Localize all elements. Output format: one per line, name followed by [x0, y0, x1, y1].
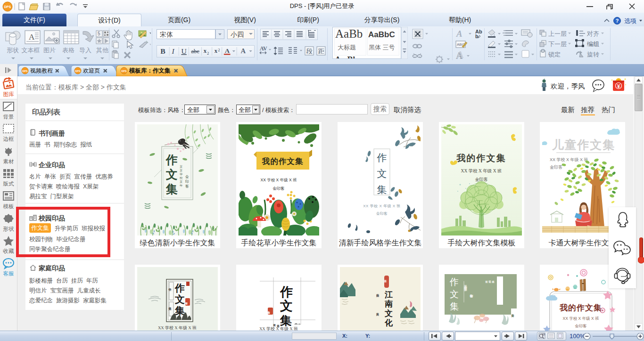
svg-text:AV: AV	[260, 45, 267, 52]
svg-text:校: 校	[179, 176, 183, 179]
svg-text:XX 学校 X 年级 X 班: XX 学校 X 年级 X 班	[261, 178, 297, 182]
svg-text:集: 集	[377, 184, 387, 195]
svg-text:2: 2	[218, 48, 220, 52]
svg-text:DPS: DPS	[121, 70, 127, 73]
svg-text:视频教程: 视频教程	[30, 67, 53, 74]
svg-text:b: b	[475, 33, 479, 39]
svg-text:100: 100	[542, 333, 545, 336]
svg-text:我的作文集: 我的作文集	[559, 303, 602, 312]
svg-text:A: A	[225, 47, 230, 54]
svg-text:x: x	[204, 48, 207, 54]
svg-text:XX 学校 X 年级 X 班: XX 学校 X 年级 X 班	[158, 325, 197, 330]
svg-text:XX 学校 X 年级 X 班: XX 学校 X 年级 X 班	[363, 204, 400, 208]
svg-text:x: x	[215, 48, 218, 54]
svg-text:金印客: 金印客	[575, 324, 587, 328]
svg-text:我的作文集: 我的作文集	[262, 157, 304, 165]
svg-text:金印客: 金印客	[376, 211, 388, 216]
svg-text:旋转: 旋转	[587, 51, 599, 58]
svg-text:DPS: DPS	[22, 70, 28, 73]
svg-text:文: 文	[280, 299, 293, 313]
svg-text:某: 某	[180, 169, 183, 172]
svg-text:儿童作文集: 儿童作文集	[552, 138, 616, 151]
svg-text:作: 作	[280, 285, 293, 299]
svg-text:我的作文集: 我的作文集	[456, 153, 506, 163]
svg-text:B: B	[160, 47, 165, 55]
svg-text:A: A	[456, 29, 462, 39]
svg-text:¥: ¥	[617, 83, 620, 89]
svg-text:下一层: 下一层	[548, 41, 567, 48]
svg-text:作: 作	[174, 283, 185, 294]
svg-text:集: 集	[280, 314, 292, 327]
svg-text:U: U	[181, 47, 186, 55]
svg-text:对齐: 对齐	[586, 30, 599, 37]
svg-text:A: A	[457, 49, 464, 60]
svg-text:?: ?	[616, 18, 619, 24]
svg-text:文: 文	[174, 294, 185, 305]
svg-text:集: 集	[165, 183, 178, 195]
svg-text:段: 段	[306, 48, 313, 55]
svg-text:金印客: 金印客	[272, 186, 285, 191]
svg-text:年: 年	[180, 184, 183, 187]
svg-text:b: b	[479, 29, 482, 34]
svg-text:作: 作	[165, 154, 178, 166]
svg-text:文: 文	[384, 309, 393, 318]
svg-text:客: 客	[185, 184, 189, 188]
svg-text:学: 学	[180, 172, 183, 176]
svg-text:欢迎页: 欢迎页	[83, 67, 100, 74]
svg-text:化: 化	[384, 318, 393, 327]
svg-text:XX 学校 X 年级 X 班: XX 学校 X 年级 X 班	[563, 316, 599, 321]
svg-text:A: A	[241, 47, 246, 55]
svg-text:abc: abc	[191, 48, 199, 55]
svg-text:金: 金	[185, 175, 189, 179]
svg-text:距: 距	[318, 48, 324, 55]
svg-text:文: 文	[450, 289, 459, 299]
svg-text:锁定: 锁定	[548, 51, 561, 58]
svg-text:XX 学校 X 年级 X 班: XX 学校 X 年级 X 班	[259, 326, 298, 331]
svg-text:金印客: 金印客	[550, 165, 562, 170]
svg-text:DPS: DPS	[75, 70, 81, 73]
svg-text:I: I	[171, 47, 174, 55]
svg-text:集: 集	[174, 305, 185, 317]
svg-text:编组: 编组	[587, 41, 599, 48]
svg-text:江: 江	[384, 290, 393, 299]
svg-text:作: 作	[377, 152, 387, 163]
svg-text:作: 作	[449, 277, 459, 287]
svg-text:文: 文	[165, 168, 178, 181]
svg-text:2: 2	[207, 51, 209, 56]
svg-text:印: 印	[185, 179, 189, 184]
svg-text:XX 学校 X 年级 X 班: XX 学校 X 年级 X 班	[461, 169, 502, 173]
svg-text:A: A	[29, 32, 35, 41]
svg-text:选项: 选项	[624, 17, 636, 24]
svg-text:XX 学校 X 年级 X 班: XX 学校 X 年级 X 班	[550, 157, 588, 162]
svg-text:文: 文	[377, 168, 387, 179]
svg-text:金印客: 金印客	[475, 177, 488, 182]
svg-text:南: 南	[385, 300, 393, 309]
svg-text:某: 某	[180, 165, 183, 168]
svg-text:某: 某	[180, 180, 183, 183]
svg-text:模板库：作文集: 模板库：作文集	[129, 67, 171, 74]
svg-text:5: 5	[98, 31, 100, 36]
svg-text:上一层: 上一层	[548, 30, 567, 37]
svg-text:集: 集	[450, 301, 459, 311]
